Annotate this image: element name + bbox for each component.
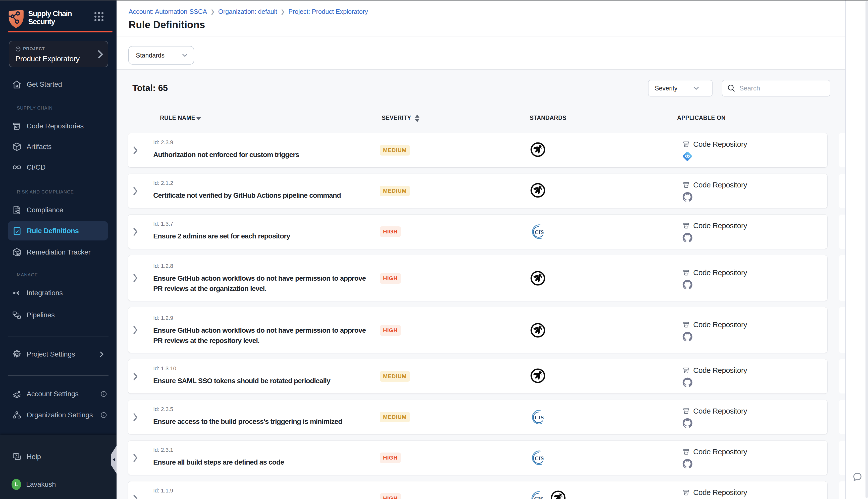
svg-text:?: ?	[15, 454, 17, 458]
